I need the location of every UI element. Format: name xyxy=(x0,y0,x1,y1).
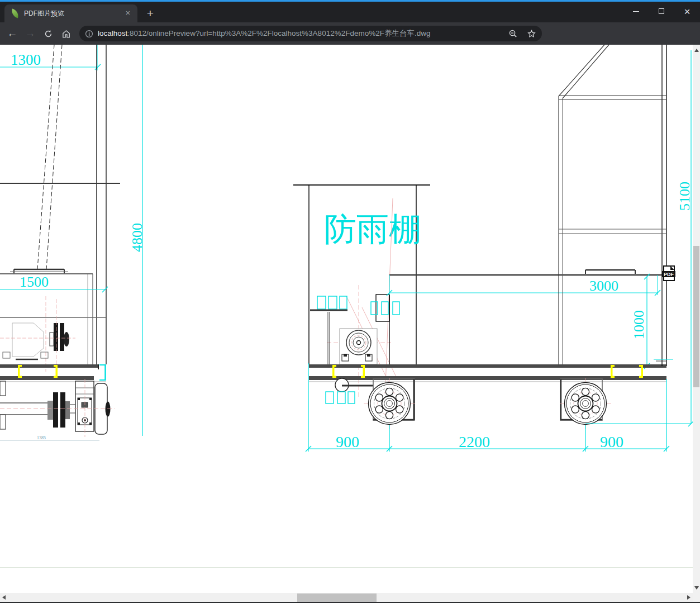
scroll-right-arrow-icon[interactable] xyxy=(687,595,691,600)
home-button[interactable] xyxy=(57,25,75,42)
dim-1000: 1000 xyxy=(631,310,647,339)
cyan-slot-group-c xyxy=(326,392,355,403)
yellow-clamp xyxy=(639,365,643,378)
left-view-drawing: 1300 4800 xyxy=(0,45,145,440)
url-text[interactable]: localhost:8012/onlinePreview?url=http%3A… xyxy=(98,29,508,39)
page-content: 1300 4800 xyxy=(0,45,700,603)
vertical-scrollbar[interactable] xyxy=(693,45,700,593)
close-icon: × xyxy=(684,6,690,17)
window-top-accent xyxy=(0,0,700,2)
page-boundary-line xyxy=(0,567,693,568)
titlebar: PDF图片预览 × + × xyxy=(0,0,700,22)
tab-close-icon[interactable]: × xyxy=(123,8,133,18)
horizontal-scrollbar-thumb[interactable] xyxy=(297,593,377,602)
url-host: localhost xyxy=(98,29,127,37)
browser-window: PDF图片预览 × + × ← → xyxy=(0,0,700,603)
url-path: :8012/onlinePreview?url=http%3A%2F%2Floc… xyxy=(127,29,430,37)
window-controls: × xyxy=(623,0,700,22)
dim-900-right: 900 xyxy=(600,433,623,450)
dim-1300: 1300 xyxy=(11,51,41,68)
reload-button[interactable] xyxy=(39,25,57,42)
browser-tab[interactable]: PDF图片预览 × xyxy=(4,4,137,22)
shelter-label: 防雨棚 xyxy=(324,211,421,247)
new-tab-button[interactable]: + xyxy=(143,7,158,21)
scroll-left-arrow-icon[interactable] xyxy=(2,595,6,600)
cad-drawing: 1300 4800 xyxy=(0,45,693,567)
close-button[interactable]: × xyxy=(674,0,700,22)
tab-title: PDF图片预览 xyxy=(24,9,123,18)
maximize-button[interactable] xyxy=(649,0,674,22)
dim-5100: 5100 xyxy=(677,182,693,211)
back-button[interactable]: ← xyxy=(3,25,21,42)
yellow-clamp xyxy=(332,365,336,378)
dim-4800: 4800 xyxy=(129,223,145,252)
page-info-icon[interactable] xyxy=(85,30,93,38)
minimize-icon xyxy=(633,11,639,12)
axle-assembly xyxy=(0,379,115,437)
dim-3000: 3000 xyxy=(589,278,618,294)
dim-900-left: 900 xyxy=(336,433,359,450)
pdf-badge-label: PDF xyxy=(664,272,674,277)
scroll-down-arrow-icon[interactable] xyxy=(694,586,699,590)
dim-1385: 1385 xyxy=(37,435,46,440)
cyan-slot-group-a xyxy=(317,296,347,309)
maximize-icon xyxy=(659,8,664,14)
right-wheel xyxy=(560,378,611,429)
yellow-clamp xyxy=(54,365,58,378)
reload-icon xyxy=(44,29,53,39)
minimize-button[interactable] xyxy=(623,0,649,22)
bookmark-star-icon[interactable] xyxy=(527,29,536,39)
cyan-slot-group-b xyxy=(371,302,399,315)
browser-toolbar: ← → localhost:8012/onlinePreview?url=htt… xyxy=(0,22,700,45)
home-icon xyxy=(61,29,71,39)
center-view-drawing: 防雨棚 xyxy=(293,185,669,452)
yellow-clamp xyxy=(18,365,22,378)
pdf-floating-button[interactable]: PDF xyxy=(662,266,675,281)
right-view-drawing: 5100 xyxy=(559,45,693,426)
yellow-clamp xyxy=(361,365,365,378)
url-bar[interactable]: localhost:8012/onlinePreview?url=http%3A… xyxy=(79,26,542,41)
spring-leaf-favicon xyxy=(10,8,20,18)
vertical-scrollbar-thumb[interactable] xyxy=(693,246,699,387)
dim-1500: 1500 xyxy=(20,274,49,290)
zoom-out-indicator-icon[interactable] xyxy=(508,29,518,39)
motor xyxy=(340,329,377,364)
forward-button[interactable]: → xyxy=(21,25,39,42)
yellow-clamp xyxy=(611,365,615,378)
scroll-up-arrow-icon[interactable] xyxy=(694,49,699,52)
scrollbar-corner xyxy=(693,593,700,602)
horizontal-scrollbar[interactable] xyxy=(0,593,693,602)
dim-2200: 2200 xyxy=(459,433,490,450)
